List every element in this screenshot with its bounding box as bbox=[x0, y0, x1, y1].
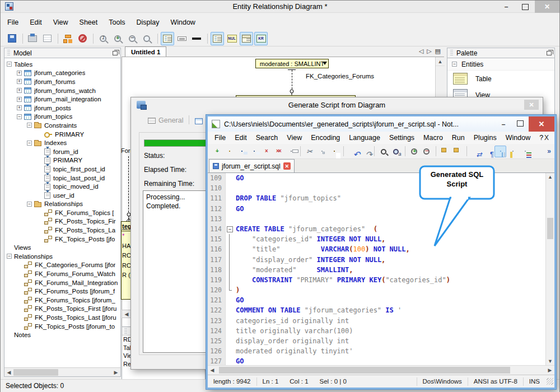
dropdown-caret-icon[interactable] bbox=[323, 62, 327, 65]
menu-plugins[interactable]: Plugins bbox=[469, 133, 501, 143]
resize-grip-icon[interactable] bbox=[547, 378, 553, 385]
scroll-right-icon[interactable]: ▶ bbox=[545, 366, 554, 375]
scroll-thumb[interactable] bbox=[219, 367, 510, 374]
editor-area[interactable]: 109GO110111DROP TABLE "jforum_topics"112… bbox=[208, 173, 554, 365]
close-button[interactable] bbox=[529, 116, 554, 132]
menu-encoding[interactable]: Encoding bbox=[306, 133, 344, 143]
diagram-tab[interactable]: Untitled 1 bbox=[125, 46, 166, 57]
tree-item-indexes[interactable]: Indexes bbox=[4, 138, 120, 147]
undo-button[interactable] bbox=[347, 146, 358, 157]
new-file-button[interactable] bbox=[211, 146, 223, 157]
editor-vscrollbar[interactable]: ▲ ▼ bbox=[545, 173, 554, 365]
zoom-out-button[interactable] bbox=[125, 32, 139, 45]
zoom-in-button[interactable] bbox=[408, 146, 420, 157]
save-button[interactable] bbox=[236, 146, 248, 157]
minimize-button[interactable] bbox=[495, 120, 512, 128]
open-file-button[interactable] bbox=[223, 146, 235, 157]
expander-icon[interactable] bbox=[17, 79, 22, 84]
show-symbols-button[interactable] bbox=[482, 146, 494, 157]
cut-button[interactable] bbox=[304, 146, 315, 157]
menu-window[interactable]: Window bbox=[501, 133, 535, 143]
eol-format-status[interactable]: Dos\Windows bbox=[417, 377, 468, 386]
view-header-button[interactable] bbox=[240, 32, 253, 45]
code-lines[interactable]: 109GO110111DROP TABLE "jforum_topics"112… bbox=[208, 173, 545, 365]
document-map-button[interactable] bbox=[507, 146, 519, 157]
palette-section-entities[interactable]: Entities bbox=[447, 58, 554, 71]
zoom-fit-button[interactable] bbox=[140, 32, 153, 45]
tab-prev-icon[interactable]: ◁ bbox=[419, 48, 423, 55]
view-minimal-button[interactable] bbox=[190, 32, 203, 45]
tab-close-icon[interactable] bbox=[283, 162, 291, 170]
model-tree-hscrollbar[interactable]: ◀ ▶ bbox=[4, 367, 120, 376]
tree-item-jforum-posts[interactable]: jforum_posts bbox=[4, 104, 120, 113]
scroll-up-icon[interactable]: ▲ bbox=[546, 174, 554, 180]
tree-item-fk-forums-forums-watch[interactable]: FK_Forums_Forums_Watch bbox=[4, 269, 120, 278]
sync-horizontal-button[interactable] bbox=[451, 146, 463, 157]
close-button[interactable] bbox=[535, 1, 559, 13]
expander-icon[interactable] bbox=[17, 71, 22, 76]
tree-item-jforum-forums-watch[interactable]: jforum_forums_watch bbox=[4, 86, 120, 95]
scroll-left-icon[interactable]: ◀ bbox=[208, 366, 217, 375]
tree-item-constraints[interactable]: Constraints bbox=[4, 121, 120, 130]
menu-macro[interactable]: Macro bbox=[419, 133, 447, 143]
expander-icon[interactable] bbox=[17, 97, 22, 102]
palette-item-table[interactable]: Table bbox=[447, 71, 554, 87]
restore-panel-icon[interactable] bbox=[547, 51, 552, 55]
menu-view[interactable]: View bbox=[282, 133, 306, 143]
tree-item-fk-posts-topics-fir[interactable]: FK_Posts_Topics_Fir bbox=[4, 217, 120, 226]
tree-item-forum-id[interactable]: forum_id bbox=[4, 147, 120, 156]
menu-display[interactable]: Display bbox=[130, 16, 165, 29]
tree-item-user-id[interactable]: user_id bbox=[4, 191, 120, 200]
tree-item-topic-moved-id[interactable]: topic_moved_id bbox=[4, 182, 120, 191]
save-all-button[interactable] bbox=[248, 146, 260, 157]
menu-run[interactable]: Run bbox=[447, 133, 469, 143]
tree-item-topic-first-post-id[interactable]: topic_first_post_id bbox=[4, 165, 120, 174]
grid-button[interactable] bbox=[40, 32, 54, 45]
tree-item-relationships[interactable]: Relationships bbox=[4, 252, 120, 261]
tree-item-fk-forums-posts-jforum-f[interactable]: FK_Forums_Posts [jforum_f bbox=[4, 287, 120, 296]
tree-item-jforum-mail-integration[interactable]: jforum_mail_integration bbox=[4, 95, 120, 104]
tree-item-fk-posts-topics-la[interactable]: FK_Posts_Topics_La bbox=[4, 226, 120, 235]
tab-next-icon[interactable]: ▷ bbox=[427, 48, 431, 55]
scroll-left-icon[interactable]: ◀ bbox=[122, 310, 131, 318]
close-document-menu[interactable]: X bbox=[544, 134, 549, 142]
restore-panel-icon[interactable] bbox=[113, 51, 118, 55]
menu-edit[interactable]: Edit bbox=[24, 16, 48, 29]
tree-item-jforum-categories[interactable]: jforum_categories bbox=[4, 69, 120, 78]
menu-edit[interactable]: Edit bbox=[230, 133, 251, 143]
menu-tools[interactable]: Tools bbox=[103, 16, 130, 29]
close-file-button[interactable] bbox=[260, 146, 272, 157]
relationship-label[interactable]: FK_Categories_Forums bbox=[306, 73, 374, 80]
maximize-button[interactable] bbox=[512, 120, 529, 128]
auto-layout-button[interactable] bbox=[61, 32, 74, 45]
zoom-out-button[interactable] bbox=[421, 146, 432, 157]
tree-item-jforum-forums[interactable]: jforum_forums bbox=[4, 77, 120, 86]
disable-button[interactable] bbox=[76, 32, 89, 45]
toolbar-overflow-icon[interactable]: » bbox=[547, 147, 551, 155]
menu-file[interactable]: File bbox=[2, 16, 24, 29]
zoom-100-button[interactable] bbox=[96, 32, 110, 45]
show-nullable-button[interactable]: NUL bbox=[225, 32, 239, 45]
expander-icon[interactable] bbox=[17, 105, 22, 110]
menu-file[interactable]: File bbox=[210, 133, 230, 143]
tree-item-fk-forums-mail-integration[interactable]: FK_Forums_Mail_Integration bbox=[4, 278, 120, 287]
view-columns-button[interactable] bbox=[211, 32, 224, 45]
word-wrap-button[interactable] bbox=[470, 146, 482, 157]
scroll-thumb[interactable] bbox=[13, 369, 58, 376]
fold-marker-icon[interactable] bbox=[226, 224, 234, 234]
tree-item-fk-topics-posts-jforum-to[interactable]: FK_Topics_Posts [jforum_to bbox=[4, 322, 120, 331]
function-list-button[interactable] bbox=[519, 146, 531, 157]
scroll-down-icon[interactable]: ▼ bbox=[546, 358, 554, 364]
maximize-button[interactable] bbox=[516, 1, 535, 13]
find-button[interactable] bbox=[377, 146, 389, 157]
tree-item-fk-forums-topics-jforum-[interactable]: FK_Forums_Topics [jforum_ bbox=[4, 296, 120, 305]
tree-item-notes[interactable]: Notes bbox=[4, 330, 120, 339]
show-keys-button[interactable]: KR bbox=[254, 32, 268, 45]
paste-button[interactable] bbox=[328, 146, 340, 157]
print-button[interactable] bbox=[285, 146, 297, 157]
view-details-button[interactable] bbox=[161, 32, 174, 45]
expander-icon[interactable] bbox=[27, 141, 32, 146]
tree-item-primary[interactable]: PRIMARY bbox=[4, 156, 120, 165]
menu-window[interactable]: Window bbox=[165, 16, 200, 29]
tab-list-icon[interactable]: ▤ bbox=[435, 48, 441, 55]
